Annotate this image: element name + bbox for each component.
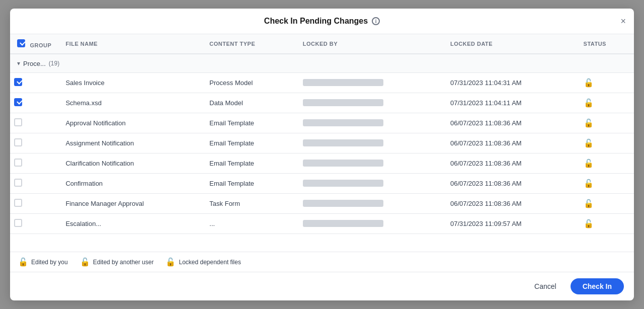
table-row: Approval NotificationEmail Template●●●●●…: [10, 113, 634, 133]
row-checkbox-cell: [10, 93, 58, 113]
contenttype-header: CONTENT TYPE: [202, 34, 295, 54]
lock-red-icon: 🔓: [80, 257, 90, 267]
row-content-type: Email Template: [202, 153, 295, 173]
group-count: (19): [49, 60, 59, 67]
lock-blue-icon: 🔓: [584, 119, 594, 127]
row-content-type: ...: [202, 213, 295, 234]
group-row: ▾ Proce... (19): [10, 54, 634, 72]
group-row-cell: ▾ Proce... (19): [10, 54, 634, 72]
row-locked-by: ●●●●●●●●●●●●●●●●: [296, 72, 443, 93]
table-container: GROUP FILE NAME CONTENT TYPE LOCKED BY: [10, 34, 634, 252]
row-checkbox[interactable]: [14, 98, 22, 106]
lock-blue-icon: 🔓: [584, 179, 594, 188]
row-locked-by: ●●●●●●●●●●●●●●●●: [296, 213, 443, 234]
table-row: Sales InvoiceProcess Model●●●●●●●●●●●●●●…: [10, 72, 634, 93]
row-checkbox[interactable]: [14, 159, 22, 167]
lock-blue-icon: 🔓: [584, 219, 594, 228]
row-status: 🔓: [577, 173, 634, 193]
table-wrapper: GROUP FILE NAME CONTENT TYPE LOCKED BY: [10, 34, 634, 252]
lock-blue-icon: 🔓: [584, 159, 594, 168]
group-header-cell: GROUP: [10, 34, 58, 54]
row-status: 🔓: [577, 153, 634, 173]
row-filename: Sales Invoice: [58, 72, 202, 93]
row-filename: Clarification Notification: [58, 153, 202, 173]
status-header: STATUS: [577, 34, 634, 54]
row-checkbox[interactable]: [14, 78, 22, 86]
group-name: Proce...: [23, 60, 46, 67]
checkin-button[interactable]: Check In: [571, 278, 624, 294]
row-status: 🔓: [577, 93, 634, 113]
row-locked-date: 07/31/2023 11:09:57 AM: [443, 213, 577, 234]
row-status: 🔓: [577, 133, 634, 153]
modal-header: Check In Pending Changes i ×: [10, 9, 634, 34]
group-expand-button[interactable]: ▾ Proce... (19): [17, 60, 59, 67]
cancel-button[interactable]: Cancel: [526, 278, 565, 294]
row-locked-by: ●●●●●●●●●●●●●●●●: [296, 153, 443, 173]
row-checkbox-cell: [10, 213, 58, 234]
row-checkbox[interactable]: [14, 219, 22, 227]
lock-green-icon: 🔓: [584, 79, 594, 87]
row-locked-date: 06/07/2023 11:08:36 AM: [443, 193, 577, 213]
row-content-type: Email Template: [202, 173, 295, 193]
lock-blue-icon: 🔓: [584, 199, 594, 208]
lock-green-icon: 🔓: [18, 257, 28, 267]
row-locked-date: 06/07/2023 11:08:36 AM: [443, 153, 577, 173]
legend-locked-dependent-label: Locked dependent files: [179, 259, 240, 266]
row-checkbox-cell: [10, 113, 58, 133]
modal-title: Check In Pending Changes i: [264, 17, 380, 26]
lock-blue-icon: 🔓: [166, 257, 176, 267]
table-header-row: GROUP FILE NAME CONTENT TYPE LOCKED BY: [10, 34, 634, 54]
table-row: Assignment NotificationEmail Template●●●…: [10, 133, 634, 153]
row-filename: Escalation...: [58, 213, 202, 234]
modal-overlay: Check In Pending Changes i × GROUP: [0, 0, 644, 309]
legend-item-edited-by-another: 🔓 Edited by another user: [80, 257, 154, 267]
legend-bar: 🔓 Edited by you 🔓 Edited by another user…: [10, 252, 634, 272]
lock-green-icon: 🔓: [584, 99, 594, 107]
row-locked-date: 06/07/2023 11:08:36 AM: [443, 133, 577, 153]
row-checkbox-cell: [10, 153, 58, 173]
select-all-checkbox[interactable]: [17, 39, 25, 47]
table-row: Finance Manager ApprovalTask Form●●●●●●●…: [10, 193, 634, 213]
row-checkbox-cell: [10, 133, 58, 153]
table-row: ConfirmationEmail Template●●●●●●●●●●●●●●…: [10, 173, 634, 193]
row-locked-by: ●●●●●●●●●●●●●●●●: [296, 93, 443, 113]
row-locked-by: ●●●●●●●●●●●●●●●●: [296, 173, 443, 193]
legend-edited-by-you-label: Edited by you: [31, 259, 68, 266]
legend-item-locked-dependent: 🔓 Locked dependent files: [166, 257, 240, 267]
row-status: 🔓: [577, 113, 634, 133]
info-icon[interactable]: i: [372, 17, 380, 25]
row-filename: Finance Manager Approval: [58, 193, 202, 213]
group-column-label: GROUP: [30, 42, 52, 48]
table-row: Clarification NotificationEmail Template…: [10, 153, 634, 173]
row-checkbox-cell: [10, 72, 58, 93]
footer-bar: Cancel Check In: [10, 272, 634, 300]
legend-edited-by-another-label: Edited by another user: [93, 259, 154, 266]
row-status: 🔓: [577, 193, 634, 213]
row-locked-date: 07/31/2023 11:04:31 AM: [443, 72, 577, 93]
row-status: 🔓: [577, 213, 634, 234]
row-content-type: Process Model: [202, 72, 295, 93]
row-content-type: Task Form: [202, 193, 295, 213]
filename-header: FILE NAME: [58, 34, 202, 54]
row-checkbox[interactable]: [14, 118, 22, 126]
row-filename: Confirmation: [58, 173, 202, 193]
row-content-type: Email Template: [202, 133, 295, 153]
table-row: Schema.xsdData Model●●●●●●●●●●●●●●●●07/3…: [10, 93, 634, 113]
close-button[interactable]: ×: [620, 17, 626, 26]
row-checkbox-cell: [10, 193, 58, 213]
row-checkbox-cell: [10, 173, 58, 193]
modal: Check In Pending Changes i × GROUP: [10, 9, 634, 300]
row-locked-date: 06/07/2023 11:08:36 AM: [443, 113, 577, 133]
row-locked-date: 06/07/2023 11:08:36 AM: [443, 173, 577, 193]
lock-blue-icon: 🔓: [584, 139, 594, 147]
modal-title-text: Check In Pending Changes: [264, 17, 368, 26]
row-checkbox[interactable]: [14, 179, 22, 187]
lockedby-header: LOCKED BY: [296, 34, 443, 54]
chevron-down-icon: ▾: [17, 60, 20, 67]
row-checkbox[interactable]: [14, 138, 22, 146]
row-checkbox[interactable]: [14, 199, 22, 207]
row-locked-by: ●●●●●●●●●●●●●●●●: [296, 193, 443, 213]
table-row: Escalation......●●●●●●●●●●●●●●●●07/31/20…: [10, 213, 634, 234]
row-status: 🔓: [577, 72, 634, 93]
row-locked-date: 07/31/2023 11:04:11 AM: [443, 93, 577, 113]
